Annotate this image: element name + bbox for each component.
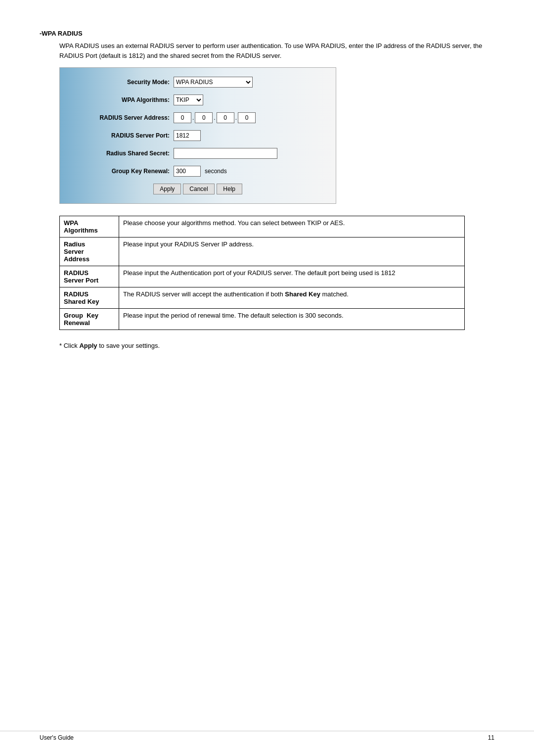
radius-ip4-input[interactable] <box>238 112 256 123</box>
footer-right: 11 <box>488 734 494 741</box>
section-title: -WPA RADIUS <box>40 30 494 37</box>
table-desc-radius-key: The RADIUS server will accept the authen… <box>119 287 465 309</box>
table-desc-radius-addr: Please input your RADIUS Server IP addre… <box>119 237 465 266</box>
shared-secret-input[interactable] <box>174 148 277 159</box>
seconds-label: seconds <box>205 168 227 175</box>
wpa-algorithms-select[interactable]: TKIP AES <box>174 94 203 105</box>
table-term-radius-addr: RadiusServerAddress <box>60 237 119 266</box>
table-term-wpa: WPAAlgorithms <box>60 216 119 237</box>
footer-left: User's Guide <box>40 734 74 741</box>
ip-dot-3: . <box>235 114 237 121</box>
group-key-row: Group Key Renewal: seconds <box>75 166 321 177</box>
table-row: RADIUSServer Port Please input the Authe… <box>60 266 465 287</box>
ip-dot-2: . <box>214 114 215 121</box>
radius-port-label: RADIUS Server Port: <box>75 132 174 139</box>
footer-note: * Click Apply to save your settings. <box>59 342 494 349</box>
cancel-button[interactable]: Cancel <box>183 184 214 194</box>
shared-secret-control <box>174 148 277 159</box>
radius-ip2-input[interactable] <box>195 112 213 123</box>
radius-port-row: RADIUS Server Port: <box>75 130 321 141</box>
radius-ip1-input[interactable] <box>174 112 191 123</box>
security-mode-label: Security Mode: <box>75 79 174 86</box>
group-key-label: Group Key Renewal: <box>75 168 174 175</box>
table-desc-group-key: Please input the period of renewal time.… <box>119 309 465 330</box>
security-mode-select[interactable]: WPA RADIUS WPA Personal WPA2 Personal WP… <box>174 77 253 88</box>
radius-address-row: RADIUS Server Address: . . . <box>75 112 321 123</box>
page-footer: User's Guide 11 <box>0 731 534 741</box>
table-term-radius-port: RADIUSServer Port <box>60 266 119 287</box>
radius-address-label: RADIUS Server Address: <box>75 114 174 121</box>
table-row: RadiusServerAddress Please input your RA… <box>60 237 465 266</box>
table-term-radius-key: RADIUSShared Key <box>60 287 119 309</box>
info-table: WPAAlgorithms Please choose your algorit… <box>59 216 465 330</box>
shared-secret-row: Radius Shared Secret: <box>75 148 321 159</box>
wpa-algorithms-label: WPA Algorithms: <box>75 96 174 103</box>
shared-secret-label: Radius Shared Secret: <box>75 150 174 157</box>
table-term-group-key: Group KeyRenewal <box>60 309 119 330</box>
apply-button[interactable]: Apply <box>153 184 181 194</box>
table-desc-wpa: Please choose your algorithms method. Yo… <box>119 216 465 237</box>
security-mode-row: Security Mode: WPA RADIUS WPA Personal W… <box>75 77 321 88</box>
wpa-algorithms-control: TKIP AES <box>174 94 203 105</box>
table-row: RADIUSShared Key The RADIUS server will … <box>60 287 465 309</box>
table-desc-radius-port: Please input the Authentication port of … <box>119 266 465 287</box>
config-panel: Security Mode: WPA RADIUS WPA Personal W… <box>59 67 336 204</box>
section-description: WPA RADIUS uses an external RADIUS serve… <box>59 41 494 60</box>
ip-dot-1: . <box>192 114 194 121</box>
radius-ip3-input[interactable] <box>217 112 234 123</box>
radius-port-input[interactable] <box>174 130 201 141</box>
radius-port-control <box>174 130 201 141</box>
help-button[interactable]: Help <box>217 184 242 194</box>
group-key-control: seconds <box>174 166 227 177</box>
radius-address-control: . . . <box>174 112 256 123</box>
table-row: WPAAlgorithms Please choose your algorit… <box>60 216 465 237</box>
button-row: Apply Cancel Help <box>75 184 321 194</box>
table-row: Group KeyRenewal Please input the period… <box>60 309 465 330</box>
security-mode-control: WPA RADIUS WPA Personal WPA2 Personal WP… <box>174 77 253 88</box>
group-key-input[interactable] <box>174 166 201 177</box>
wpa-algorithms-row: WPA Algorithms: TKIP AES <box>75 94 321 105</box>
